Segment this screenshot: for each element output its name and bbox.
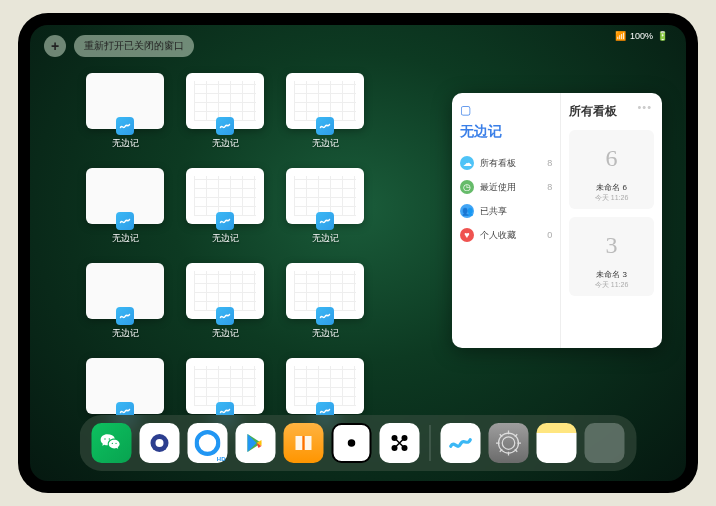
freeform-app-icon [116,212,134,230]
battery-icon: 🔋 [657,31,668,41]
dock-game[interactable] [332,423,372,463]
window-thumbnail [286,73,364,129]
freeform-side-panel: ••• ▢ 无边记 ☁所有看板8◷最近使用8👥已共享♥个人收藏0 所有看板 6未… [452,93,662,348]
board-preview: 6 [575,136,648,180]
panel-right: 所有看板 6未命名 6今天 11:263未命名 3今天 11:26 [561,93,662,348]
category-icon: ☁ [460,156,474,170]
status-bar: 📶 100% 🔋 [615,31,668,41]
dock-books[interactable] [284,423,324,463]
add-button[interactable]: + [44,35,66,57]
window-label: 无边记 [112,232,139,245]
window-label: 无边记 [212,137,239,150]
window-thumbnail [86,168,164,224]
window-label: 无边记 [112,137,139,150]
dock-freeform[interactable] [441,423,481,463]
dock-quark[interactable] [140,423,180,463]
app-window[interactable]: 无边记 [84,263,166,340]
freeform-app-icon [116,307,134,325]
category-icon: ♥ [460,228,474,242]
freeform-app-icon [316,117,334,135]
window-thumbnail [186,168,264,224]
board-card[interactable]: 6未命名 6今天 11:26 [569,130,654,209]
plus-icon: + [51,38,59,54]
window-label: 无边记 [212,232,239,245]
sidebar-item[interactable]: 👥已共享 [460,199,552,223]
ipad-device: 📶 100% 🔋 + 重新打开已关闭的窗口 无边记无边记无边记无边记无边记无边记… [18,13,698,493]
app-window[interactable]: 无边记 [284,73,366,150]
category-icon: 👥 [460,204,474,218]
board-preview: 3 [575,223,648,267]
window-label: 无边记 [312,137,339,150]
app-switcher-grid: 无边记无边记无边记无边记无边记无边记无边记无边记无边记无边记无边记无边记 [84,73,366,435]
wifi-icon: 📶 [615,31,626,41]
svg-point-9 [502,437,515,450]
window-thumbnail [186,358,264,414]
freeform-app-icon [316,212,334,230]
dock-mi-app[interactable] [380,423,420,463]
category-icon: ◷ [460,180,474,194]
app-window[interactable]: 无边记 [84,73,166,150]
reopen-closed-window-button[interactable]: 重新打开已关闭的窗口 [74,35,194,57]
window-label: 无边记 [112,327,139,340]
window-label: 无边记 [312,327,339,340]
dock: HD [80,415,637,471]
svg-point-3 [348,439,356,447]
panel-left-title: 无边记 [460,123,552,141]
window-thumbnail [186,73,264,129]
window-thumbnail [286,168,364,224]
ipad-screen: 📶 100% 🔋 + 重新打开已关闭的窗口 无边记无边记无边记无边记无边记无边记… [30,25,686,481]
dock-notes[interactable] [537,423,577,463]
window-thumbnail [86,358,164,414]
window-thumbnail [86,73,164,129]
item-label: 所有看板 [480,157,516,170]
dock-qq-browser[interactable]: HD [188,423,228,463]
board-date: 今天 11:26 [575,280,648,290]
panel-app-icon: ▢ [460,103,552,117]
board-name: 未命名 6 [575,182,648,193]
app-window[interactable]: 无边记 [184,168,266,245]
svg-point-2 [197,432,219,454]
freeform-app-icon [216,307,234,325]
svg-point-1 [156,439,164,447]
board-date: 今天 11:26 [575,193,648,203]
app-window[interactable]: 无边记 [184,73,266,150]
app-window[interactable]: 无边记 [284,263,366,340]
board-card[interactable]: 3未命名 3今天 11:26 [569,217,654,296]
window-thumbnail [286,263,364,319]
panel-left: ▢ 无边记 ☁所有看板8◷最近使用8👥已共享♥个人收藏0 [452,93,561,348]
window-label: 无边记 [312,232,339,245]
freeform-app-icon [216,117,234,135]
window-label: 无边记 [212,327,239,340]
sidebar-item[interactable]: ♥个人收藏0 [460,223,552,247]
app-window[interactable]: 无边记 [284,168,366,245]
dock-app-folder[interactable] [585,423,625,463]
window-thumbnail [286,358,364,414]
item-label: 已共享 [480,205,507,218]
freeform-app-icon [116,117,134,135]
item-label: 最近使用 [480,181,516,194]
window-thumbnail [86,263,164,319]
sidebar-item[interactable]: ◷最近使用8 [460,175,552,199]
dock-settings[interactable] [489,423,529,463]
battery-label: 100% [630,31,653,41]
more-icon[interactable]: ••• [637,101,652,113]
window-thumbnail [186,263,264,319]
dock-play-store[interactable] [236,423,276,463]
item-count: 0 [547,230,552,240]
item-label: 个人收藏 [480,229,516,242]
item-count: 8 [547,158,552,168]
top-button-bar: + 重新打开已关闭的窗口 [44,35,194,57]
dock-separator [430,425,431,461]
app-window[interactable]: 无边记 [84,168,166,245]
dock-wechat[interactable] [92,423,132,463]
item-count: 8 [547,182,552,192]
freeform-app-icon [316,307,334,325]
app-window[interactable]: 无边记 [184,263,266,340]
board-name: 未命名 3 [575,269,648,280]
sidebar-item[interactable]: ☁所有看板8 [460,151,552,175]
reopen-label: 重新打开已关闭的窗口 [84,39,184,53]
freeform-app-icon [216,212,234,230]
